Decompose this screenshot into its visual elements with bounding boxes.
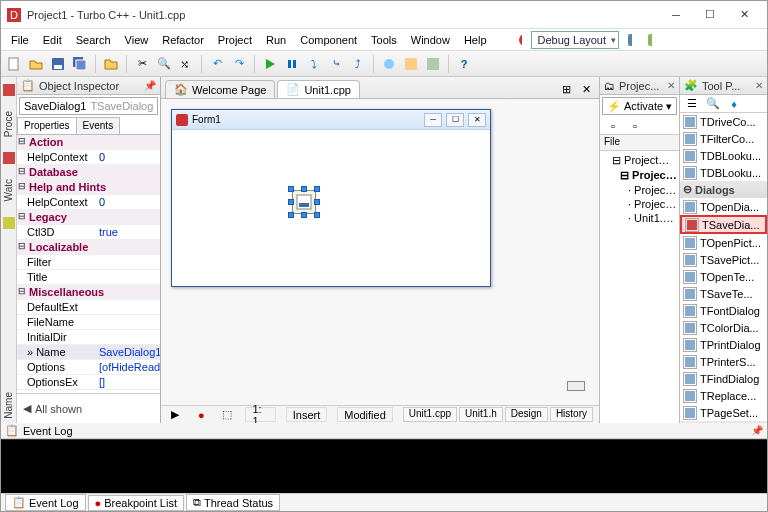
palette-category[interactable]: ⊖Dialogs <box>680 181 767 198</box>
component-selector[interactable]: SaveDialog1 TSaveDialog <box>19 97 158 115</box>
design-form[interactable]: Form1 ─ ☐ ✕ <box>171 109 491 287</box>
palette-item[interactable]: TSaveTe... <box>680 285 767 302</box>
side-tab-watch[interactable]: Watc <box>2 175 15 205</box>
prop-row[interactable]: Filter <box>17 255 160 270</box>
palette-item[interactable]: TPageSet... <box>680 404 767 421</box>
prop-category[interactable]: Action <box>17 135 160 150</box>
palette-item[interactable]: TDBLooku... <box>680 164 767 181</box>
redo-icon[interactable]: ↷ <box>230 55 248 73</box>
find-icon[interactable]: 🔍 <box>155 55 173 73</box>
rec-icon[interactable]: ▶ <box>167 406 183 424</box>
palette-item[interactable]: TFilterCo... <box>680 130 767 147</box>
open-icon[interactable] <box>27 55 45 73</box>
step-over-icon[interactable]: ⤵ <box>305 55 323 73</box>
menu-window[interactable]: Window <box>405 32 456 48</box>
minimize-button[interactable]: ─ <box>659 4 693 26</box>
prop-category[interactable]: Miscellaneous <box>17 285 160 300</box>
menu-refactor[interactable]: Refactor <box>156 32 210 48</box>
menu-search[interactable]: Search <box>70 32 117 48</box>
ftab-threads[interactable]: ⧉Thread Status <box>186 494 280 511</box>
side-tab-name[interactable]: Name <box>2 388 15 423</box>
pause-icon[interactable] <box>283 55 301 73</box>
prop-row[interactable]: » NameSaveDialog1 <box>17 345 160 360</box>
gutter-icon[interactable] <box>0 81 18 99</box>
tab-close-icon[interactable]: ✕ <box>577 80 595 98</box>
replace-icon[interactable]: ⤭ <box>177 55 195 73</box>
close-button[interactable]: ✕ <box>727 4 761 26</box>
menu-view[interactable]: View <box>119 32 155 48</box>
stop-icon[interactable]: ● <box>193 406 209 424</box>
event-log-body[interactable] <box>1 439 767 493</box>
palette-item[interactable]: TDBLooku... <box>680 147 767 164</box>
close-icon[interactable]: ✕ <box>755 80 763 91</box>
undo-icon[interactable]: ↶ <box>208 55 226 73</box>
palette-item[interactable]: TOpenTe... <box>680 268 767 285</box>
maximize-button[interactable]: ☐ <box>693 4 727 26</box>
menu-component[interactable]: Component <box>294 32 363 48</box>
prop-row[interactable]: HelpContext0 <box>17 150 160 165</box>
tab-welcome[interactable]: 🏠 Welcome Page <box>165 80 275 98</box>
palette-item[interactable]: TPrintDialog <box>680 336 767 353</box>
pin-icon[interactable]: 📌 <box>144 80 156 91</box>
palette-item[interactable]: TSaveDia... <box>680 215 767 234</box>
activate-combo[interactable]: ⚡Activate▾ <box>602 97 677 115</box>
form-min-icon[interactable]: ─ <box>424 113 442 127</box>
run-icon[interactable] <box>261 55 279 73</box>
step-out-icon[interactable]: ⤴ <box>349 55 367 73</box>
proj-new-icon[interactable]: ▫ <box>604 117 622 135</box>
new-icon[interactable] <box>5 55 23 73</box>
pal-filter-icon[interactable]: ♦ <box>725 95 743 113</box>
project-tree[interactable]: ⊟ ProjectGroup1⊟ Project1.exe· Project1.… <box>600 151 679 423</box>
gutter-icon-2[interactable] <box>0 149 18 167</box>
save-icon[interactable] <box>49 55 67 73</box>
tree-node[interactable]: ⊟ Project1.exe <box>602 168 677 183</box>
btab-h[interactable]: Unit1.h <box>459 407 503 422</box>
palette-item[interactable]: TOpenDia... <box>680 198 767 215</box>
menu-run[interactable]: Run <box>260 32 292 48</box>
layout-icon[interactable] <box>641 31 659 49</box>
cut-icon[interactable]: ✂ <box>133 55 151 73</box>
step-into-icon[interactable]: ⤷ <box>327 55 345 73</box>
tab-events[interactable]: Events <box>76 117 121 134</box>
property-grid[interactable]: ActionHelpContext0DatabaseHelp and Hints… <box>17 135 160 393</box>
menu-file[interactable]: File <box>5 32 35 48</box>
tool-b-icon[interactable] <box>402 55 420 73</box>
prop-row[interactable]: Options[ofHideReadO <box>17 360 160 375</box>
ftab-breakpoints[interactable]: ●Breakpoint List <box>88 495 184 511</box>
prop-category[interactable]: Database <box>17 165 160 180</box>
palette-list[interactable]: TDriveCo...TFilterCo...TDBLooku...TDBLoo… <box>680 113 767 423</box>
turbo-icon[interactable] <box>511 31 529 49</box>
btab-cpp[interactable]: Unit1.cpp <box>403 407 457 422</box>
pin-icon[interactable]: 📌 <box>751 425 763 436</box>
help-icon[interactable]: ? <box>455 55 473 73</box>
tab-properties[interactable]: Properties <box>17 117 77 134</box>
saveall-icon[interactable] <box>71 55 89 73</box>
gutter-icon-3[interactable] <box>0 214 18 232</box>
tree-node[interactable]: · Project1.res <box>602 197 677 211</box>
btab-history[interactable]: History <box>550 407 593 422</box>
tree-node[interactable]: ⊟ ProjectGroup1 <box>602 153 677 168</box>
form-designer[interactable]: Form1 ─ ☐ ✕ <box>161 99 599 405</box>
resize-grip-icon[interactable] <box>567 381 585 391</box>
macro-icon[interactable]: ⬚ <box>219 406 235 424</box>
pin-icon[interactable]: ✕ <box>667 80 675 91</box>
tool-c-icon[interactable] <box>424 55 442 73</box>
tool-a-icon[interactable] <box>380 55 398 73</box>
tab-nav-icon[interactable]: ⊞ <box>557 80 575 98</box>
pal-cat-icon[interactable]: ☰ <box>683 95 701 113</box>
palette-item[interactable]: TReplace... <box>680 387 767 404</box>
btab-design[interactable]: Design <box>505 407 548 422</box>
tree-node[interactable]: · Project1.cp <box>602 183 677 197</box>
prop-row[interactable]: Ctl3Dtrue <box>17 225 160 240</box>
palette-item[interactable]: TColorDia... <box>680 319 767 336</box>
prop-row[interactable]: Title <box>17 270 160 285</box>
tree-node[interactable]: · Unit1.cpp <box>602 211 677 225</box>
prop-category[interactable]: Localizable <box>17 240 160 255</box>
prop-row[interactable]: HelpContext0 <box>17 195 160 210</box>
prop-row[interactable]: OptionsEx[] <box>17 375 160 390</box>
palette-item[interactable]: TOpenPict... <box>680 234 767 251</box>
prop-row[interactable]: InitialDir <box>17 330 160 345</box>
savedialog-component[interactable] <box>292 190 316 214</box>
palette-item[interactable]: TFindDialog <box>680 370 767 387</box>
proj-del-icon[interactable]: ▫ <box>626 117 644 135</box>
